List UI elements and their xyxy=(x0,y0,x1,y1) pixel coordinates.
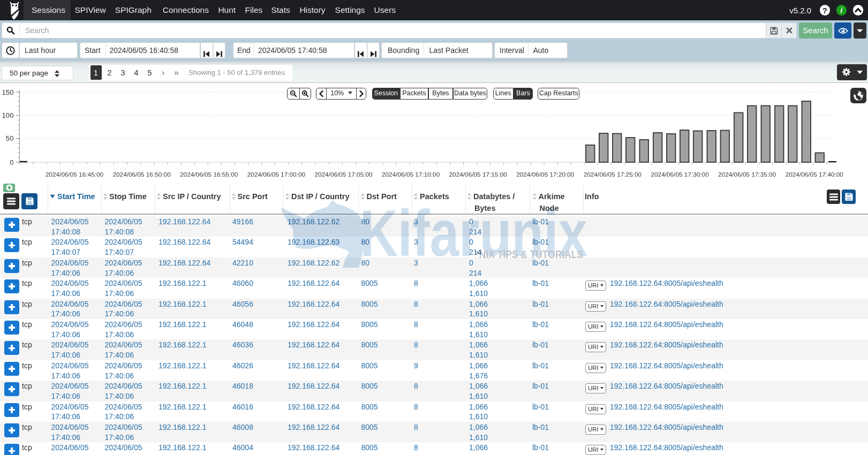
svg-text:2024/06/05 17:25:00: 2024/06/05 17:25:00 xyxy=(584,171,642,178)
svg-text:2024/06/05 16:50:00: 2024/06/05 16:50:00 xyxy=(112,171,171,178)
svg-text:2024/06/05 17:00:00: 2024/06/05 17:00:00 xyxy=(247,171,306,178)
svg-text:2024/06/05 17:30:00: 2024/06/05 17:30:00 xyxy=(651,171,709,178)
svg-text:2024/06/05 16:55:00: 2024/06/05 16:55:00 xyxy=(180,171,238,178)
svg-text:50: 50 xyxy=(6,134,14,142)
svg-text:2024/06/05 17:10:00: 2024/06/05 17:10:00 xyxy=(382,171,440,178)
svg-text:0: 0 xyxy=(10,158,13,166)
svg-text:2024/06/05 17:20:00: 2024/06/05 17:20:00 xyxy=(516,171,575,178)
svg-text:2024/06/05 17:35:00: 2024/06/05 17:35:00 xyxy=(718,171,776,178)
svg-text:100: 100 xyxy=(2,111,13,119)
svg-text:2024/06/05 17:15:00: 2024/06/05 17:15:00 xyxy=(449,171,508,178)
svg-text:2024/06/05 17:40:00: 2024/06/05 17:40:00 xyxy=(786,171,844,178)
svg-text:150: 150 xyxy=(2,88,13,96)
svg-text:2024/06/05 17:05:00: 2024/06/05 17:05:00 xyxy=(314,171,373,178)
svg-text:2024/06/05 16:45:00: 2024/06/05 16:45:00 xyxy=(46,171,104,178)
